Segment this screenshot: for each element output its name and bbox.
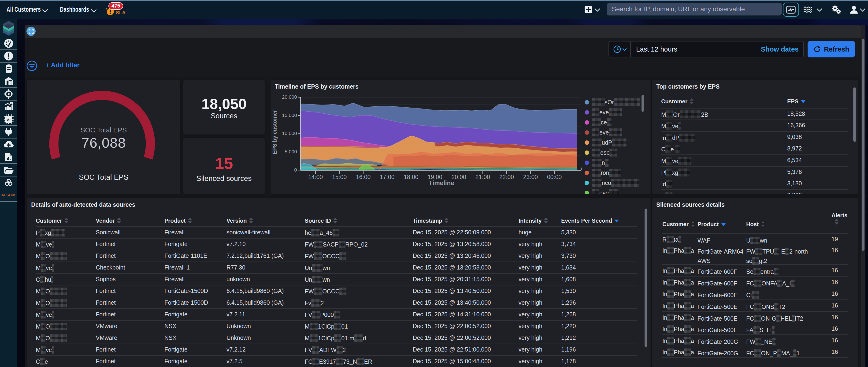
svg-text:AI: AI bbox=[7, 118, 10, 122]
